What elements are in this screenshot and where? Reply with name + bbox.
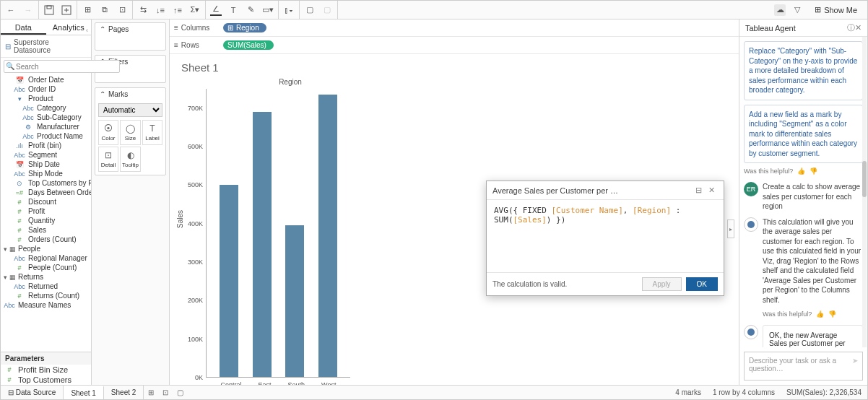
- labels-icon[interactable]: T: [227, 4, 239, 16]
- calc-dialog-title: Average Sales per Customer per …: [492, 186, 692, 195]
- clear-icon[interactable]: ⊡: [116, 4, 128, 16]
- field-category[interactable]: AbcCategory: [1, 103, 91, 113]
- label-icon: T: [144, 123, 160, 134]
- field-days-between-orde-[interactable]: =#Days Between Orde…: [1, 188, 91, 197]
- feedback-label: Was this helpful?: [744, 168, 793, 175]
- table-people[interactable]: ▾ ▦People: [1, 244, 91, 253]
- field-people-count-[interactable]: #People (Count): [1, 263, 91, 272]
- field-profit[interactable]: #Profit: [1, 206, 91, 216]
- marks-type-select[interactable]: Automatic: [98, 103, 162, 117]
- ok-button[interactable]: OK: [686, 277, 718, 291]
- svg-rect-1: [47, 6, 51, 9]
- close-icon[interactable]: ✕: [705, 186, 718, 195]
- field-measure-names[interactable]: AbcMeasure Names: [1, 300, 91, 310]
- bar-south[interactable]: [285, 225, 304, 377]
- filter-icon[interactable]: ▽: [791, 4, 803, 16]
- search-input[interactable]: [4, 60, 120, 73]
- agent-suggestion-2[interactable]: Add a new field as a mark by including "…: [744, 105, 863, 164]
- apply-button[interactable]: Apply: [642, 277, 682, 291]
- data-source-icon[interactable]: ⊟: [692, 186, 705, 195]
- datasource-row[interactable]: ⊟ Superstore Datasource: [1, 35, 91, 58]
- table-returns[interactable]: ▾ ▦Returns: [1, 272, 91, 282]
- field-order-date[interactable]: 📅Order Date: [1, 75, 91, 84]
- data-source-tab[interactable]: ⊟ Data Source: [1, 386, 64, 399]
- field-product[interactable]: ▾Product: [1, 94, 91, 103]
- sheet1-tab[interactable]: Sheet 1: [64, 386, 103, 399]
- agent-input[interactable]: Describe your task or ask a question… ➤: [744, 352, 863, 381]
- sort-desc-icon[interactable]: ↑≡: [172, 4, 183, 16]
- field-regional-manager[interactable]: AbcRegional Manager: [1, 253, 91, 263]
- field-segment[interactable]: AbcSegment: [1, 150, 91, 160]
- field-orders-count-[interactable]: #Orders (Count): [1, 235, 91, 244]
- field-discount[interactable]: #Discount: [1, 197, 91, 206]
- field-quantity[interactable]: #Quantity: [1, 216, 91, 225]
- new-worksheet-icon[interactable]: ⊞: [82, 4, 93, 16]
- swap-icon[interactable]: ⇆: [137, 4, 149, 16]
- bar-central[interactable]: [220, 185, 238, 377]
- field-top-customers-by-p-[interactable]: ⊙Top Customers by P…: [1, 178, 91, 188]
- tab-data[interactable]: Data: [1, 19, 46, 35]
- presentation-icon[interactable]: ▢: [304, 4, 316, 16]
- param-top-customers[interactable]: #Top Customers: [1, 375, 91, 385]
- tab-analytics[interactable]: Analytics‹: [46, 19, 92, 35]
- thumbs-up-icon[interactable]: 👍: [816, 310, 824, 318]
- field-profit-bin-[interactable]: .ılıProfit (bin): [1, 141, 91, 150]
- show-me-button[interactable]: ⊞ Show Me: [809, 5, 863, 14]
- pill-sum-sales[interactable]: SUM(Sales): [223, 40, 274, 50]
- totals-icon[interactable]: Σ▾: [189, 4, 201, 16]
- close-icon[interactable]: ✕: [855, 23, 862, 32]
- cloud-icon[interactable]: ☁: [774, 4, 786, 16]
- save-icon[interactable]: [43, 4, 55, 16]
- sort-asc-icon[interactable]: ↓≡: [155, 4, 166, 16]
- calc-formula-editor[interactable]: AVG({ FIXED [Customer Name], [Region] : …: [487, 200, 724, 272]
- field-sales[interactable]: #Sales: [1, 225, 91, 235]
- expand-chart-button[interactable]: ▸: [727, 219, 734, 238]
- agent-suggestion-1[interactable]: Replace "Category" with "Sub-Category" o…: [744, 41, 863, 100]
- format-icon[interactable]: ✎: [245, 4, 256, 16]
- field-manufacturer[interactable]: ⚙Manufacturer: [1, 122, 91, 131]
- new-dashboard-icon[interactable]: ⊡: [158, 388, 173, 396]
- bot-message: This calculation will give you the avera…: [763, 217, 863, 305]
- duplicate-icon[interactable]: ⧉: [99, 4, 110, 16]
- mark-label[interactable]: TLabel: [142, 120, 162, 145]
- sheet2-tab[interactable]: Sheet 2: [104, 386, 144, 399]
- bar-west[interactable]: [318, 95, 337, 377]
- field-returned[interactable]: AbcReturned: [1, 282, 91, 291]
- new-story-icon[interactable]: ▢: [173, 388, 187, 396]
- field-returns-count-[interactable]: #Returns (Count): [1, 291, 91, 300]
- columns-icon: ≡: [174, 24, 178, 32]
- svg-point-4: [747, 329, 755, 336]
- mark-color[interactable]: ⦿Color: [98, 120, 118, 145]
- bar-east[interactable]: [253, 112, 272, 377]
- revert-icon[interactable]: [61, 4, 72, 16]
- info-icon[interactable]: ⓘ: [847, 22, 855, 33]
- field-type-icon: Abc: [14, 255, 25, 262]
- param-profit-bin-size[interactable]: #Profit Bin Size: [1, 365, 91, 375]
- fit-icon[interactable]: ▭▾: [262, 4, 274, 16]
- thumbs-down-icon[interactable]: 👎: [828, 310, 836, 318]
- field-sub-category[interactable]: AbcSub-Category: [1, 113, 91, 122]
- thumbs-down-icon[interactable]: 👎: [810, 168, 817, 175]
- agent-scrollbar[interactable]: [862, 37, 867, 347]
- user-message: Create a calc to show average sales per …: [763, 182, 863, 212]
- chart-type-icon[interactable]: ⫿▾: [283, 4, 295, 16]
- share-icon[interactable]: ▢: [321, 4, 333, 16]
- mark-detail[interactable]: ⊡Detail: [98, 147, 118, 172]
- pill-region[interactable]: ⊞Region: [223, 23, 266, 32]
- field-ship-mode[interactable]: AbcShip Mode: [1, 169, 91, 178]
- field-product-name[interactable]: AbcProduct Name: [1, 131, 91, 141]
- field-type-icon: #: [14, 264, 25, 271]
- field-ship-date[interactable]: 📅Ship Date: [1, 160, 91, 169]
- thumbs-up-icon[interactable]: 👍: [797, 168, 805, 175]
- pages-shelf[interactable]: ⌃Pages: [95, 22, 166, 51]
- forward-icon[interactable]: →: [22, 4, 34, 16]
- chart-plot[interactable]: CentralEastSouthWest: [206, 89, 350, 378]
- field-type-icon: #: [14, 217, 25, 225]
- new-sheet-icon[interactable]: ⊞: [144, 388, 158, 396]
- highlight-icon[interactable]: ∠: [210, 4, 222, 16]
- send-icon[interactable]: ➤: [852, 357, 858, 365]
- mark-size[interactable]: ◯Size: [120, 120, 141, 145]
- field-order-id[interactable]: AbcOrder ID: [1, 84, 91, 94]
- mark-tooltip[interactable]: ◐Tooltip: [120, 147, 141, 172]
- back-icon[interactable]: ←: [5, 4, 17, 16]
